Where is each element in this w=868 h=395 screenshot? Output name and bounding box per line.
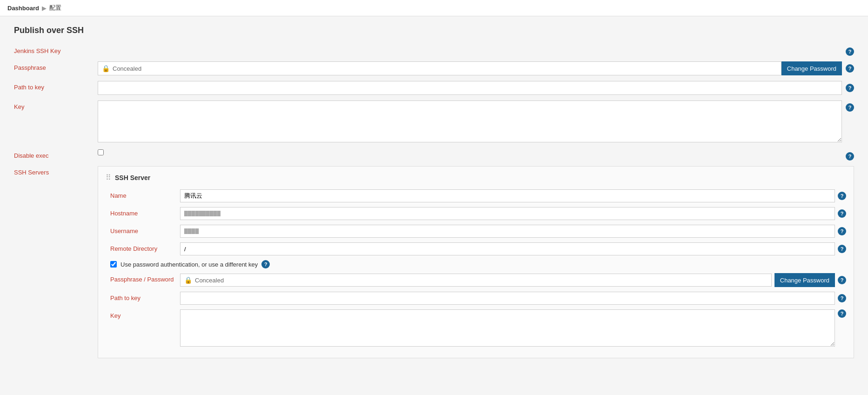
breadcrumb-arrow: ▶ [42, 5, 47, 12]
jenkins-ssh-key-help-icon[interactable]: ? [846, 47, 854, 56]
server-key-textarea[interactable] [180, 309, 835, 347]
server-key-row: Key ? [106, 309, 846, 347]
server-path-to-key-help-icon[interactable]: ? [838, 294, 846, 302]
passphrase-concealed-text: Concealed [113, 65, 777, 72]
passphrase-field: 🔒 Concealed [98, 61, 781, 75]
server-username-row: Username ? [106, 225, 846, 238]
lock-icon: 🔒 [102, 65, 110, 72]
disable-exec-row: Disable exec ? [14, 149, 854, 161]
disable-exec-checkbox[interactable] [98, 149, 104, 155]
server-passphrase-row: Passphrase / Password 🔒 Concealed Change… [106, 273, 846, 287]
server-path-to-key-input[interactable] [180, 292, 835, 305]
disable-exec-label: Disable exec [14, 149, 98, 159]
server-change-password-button[interactable]: Change Password [775, 273, 835, 287]
server-username-label: Username [106, 225, 180, 234]
page-title: Publish over SSH [14, 26, 854, 35]
passphrase-help-icon[interactable]: ? [846, 64, 854, 73]
breadcrumb-dashboard[interactable]: Dashboard [7, 5, 39, 12]
key-label: Key [14, 100, 98, 110]
breadcrumb: Dashboard ▶ 配置 [0, 0, 868, 16]
path-to-key-help-icon[interactable]: ? [846, 84, 854, 92]
server-remote-dir-help-icon[interactable]: ? [838, 245, 846, 253]
server-path-to-key-label: Path to key [106, 292, 180, 301]
jenkins-ssh-key-label: Jenkins SSH Key [14, 45, 98, 54]
server-hostname-row: Hostname ? [106, 207, 846, 220]
key-help-icon[interactable]: ? [846, 103, 854, 112]
breadcrumb-config: 配置 [49, 4, 61, 12]
server-passphrase-field: 🔒 Concealed [180, 274, 772, 287]
ssh-servers-label: SSH Servers [14, 166, 98, 176]
server-hostname-help-icon[interactable]: ? [838, 209, 846, 218]
passphrase-row: Passphrase 🔒 Concealed Change Password ? [14, 61, 854, 75]
server-lock-icon: 🔒 [184, 276, 192, 284]
disable-exec-help-icon[interactable]: ? [846, 152, 854, 161]
server-name-label: Name [106, 189, 180, 199]
server-remote-dir-input[interactable] [180, 242, 835, 255]
jenkins-ssh-key-row: Jenkins SSH Key ? [14, 45, 854, 56]
server-username-input[interactable] [180, 225, 835, 238]
server-passphrase-concealed: Concealed [195, 277, 768, 284]
change-password-button[interactable]: Change Password [781, 61, 842, 75]
use-password-help-icon[interactable]: ? [261, 260, 270, 268]
key-textarea[interactable] [98, 100, 842, 142]
server-remote-dir-label: Remote Directory [106, 242, 180, 252]
passphrase-label: Passphrase [14, 61, 98, 71]
server-name-input[interactable] [180, 189, 835, 202]
server-passphrase-help-icon[interactable]: ? [838, 276, 846, 284]
path-to-key-row: Path to key ? [14, 81, 854, 95]
key-row: Key ? [14, 100, 854, 144]
server-key-help-icon[interactable]: ? [838, 309, 846, 318]
ssh-servers-row: SSH Servers ⠿ SSH Server Name ? [14, 166, 854, 358]
server-name-row: Name ? [106, 189, 846, 202]
server-hostname-label: Hostname [106, 207, 180, 217]
path-to-key-label: Path to key [14, 81, 98, 91]
ssh-server-title: SSH Server [115, 174, 150, 181]
use-password-row: Use password authentication, or use a di… [106, 260, 846, 268]
drag-handle-icon[interactable]: ⠿ [106, 173, 111, 182]
use-password-label: Use password authentication, or use a di… [120, 261, 258, 268]
ssh-server-header: ⠿ SSH Server [106, 173, 846, 182]
path-to-key-input[interactable] [98, 81, 842, 95]
server-passphrase-label: Passphrase / Password [106, 273, 180, 283]
server-name-help-icon[interactable]: ? [838, 192, 846, 200]
server-key-label: Key [106, 309, 180, 319]
server-remote-dir-row: Remote Directory ? [106, 242, 846, 255]
main-content: Publish over SSH Jenkins SSH Key ? Passp… [0, 16, 868, 393]
ssh-server-box: ⠿ SSH Server Name ? Hostname ? [98, 166, 854, 358]
server-path-to-key-row: Path to key ? [106, 292, 846, 305]
use-password-checkbox[interactable] [110, 261, 117, 268]
server-username-help-icon[interactable]: ? [838, 227, 846, 235]
server-hostname-input[interactable] [180, 207, 835, 220]
